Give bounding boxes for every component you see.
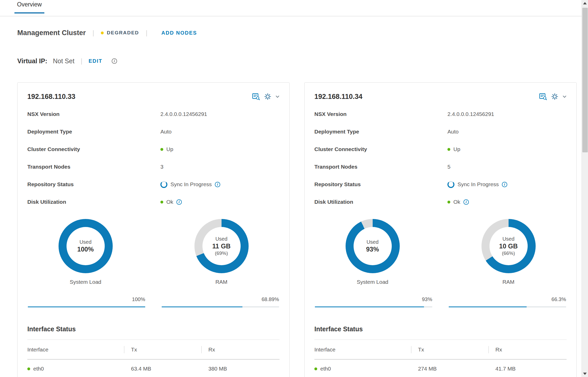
system-load-donut: Used 100% [59,219,113,273]
view-logs-icon[interactable] [539,93,547,100]
node-card: 192.168.110.34 [304,82,577,377]
system-load-value: 93% [366,245,379,253]
interface-name: eth0 [314,366,411,372]
virtual-ip-info-icon[interactable]: i [112,58,117,64]
system-load-bar: 100% [28,296,145,307]
column-separator [411,346,411,353]
node-cards: 192.168.110.33 [17,82,588,377]
ram-donut: Used 11 GB (69%) [194,219,249,273]
cluster-connectivity-value: Up [160,146,280,152]
used-label: Used [502,236,514,242]
transport-nodes-label: Transport Nodes [27,164,160,170]
status-dot-green [447,148,450,151]
interface-tx: 274 MB [411,366,488,372]
tab-bar: Overview [0,0,588,16]
interface-status-title: Interface Status [314,325,567,333]
virtual-ip-row: Virtual IP: Not Set | EDIT i [17,57,588,65]
table-row: eth0 274 MB 41.7 MB [314,359,567,377]
tab-overview[interactable]: Overview [14,1,44,13]
cluster-connectivity-value: Up [447,146,567,152]
interface-table: Interface Tx Rx eth0 63.4 MB 380 MB [27,340,280,377]
column-separator [201,346,202,353]
nsx-version-value: 2.4.0.0.0.12456291 [160,111,280,117]
system-load-bar-label: 93% [315,296,432,302]
disk-utilization-label: Disk Utilization [314,199,447,205]
interface-rx: 380 MB [201,366,280,372]
virtual-ip-label: Virtual IP: [17,57,47,65]
divider: | [81,57,83,65]
status-dot-green [160,201,163,203]
cluster-status-badge: DEGRADED [101,30,139,36]
deployment-type-label: Deployment Type [27,129,160,135]
transport-nodes-value: 3 [160,164,280,170]
status-dot-green [160,148,163,151]
ram-donut: Used 10 GB (66%) [481,219,536,273]
ram-percent: (69%) [215,250,228,256]
ram-gauge: Used 11 GB (69%) RAM [153,219,289,285]
ram-bar-label: 68.89% [162,296,279,302]
disk-utilization-info-icon[interactable]: i [463,199,469,205]
status-dot-green [27,367,30,370]
repository-status-info-icon[interactable]: i [502,182,507,187]
system-load-donut: Used 93% [346,219,400,273]
ram-bar-label: 66.3% [449,296,566,302]
repository-status-value: Sync In Progress i [447,181,567,188]
system-load-gauge: Used 93% System Load [305,219,440,285]
node-actions-chevron-down-icon[interactable] [562,95,567,98]
view-logs-icon[interactable] [252,93,260,100]
used-label: Used [366,239,379,245]
page-title: Management Cluster [17,29,86,37]
interface-table-header: Interface Tx Rx [27,340,280,359]
sync-spinner-icon [447,181,454,188]
interface-rx: 41.7 MB [488,366,567,372]
status-dot-green [314,367,317,370]
column-tx: Tx [124,346,201,353]
repository-status-value: Sync In Progress i [160,181,280,188]
gauges: Used 93% System Load Used 10 GB (66%) RA… [305,219,576,285]
virtual-ip-value: Not Set [53,57,74,65]
column-rx: Rx [488,346,567,353]
node-properties: NSX Version 2.4.0.0.0.12456291 Deploymen… [305,105,576,211]
table-row: eth0 63.4 MB 380 MB [27,359,280,377]
nsx-version-value: 2.4.0.0.0.12456291 [447,111,567,117]
cluster-connectivity-label: Cluster Connectivity [27,146,160,152]
interface-table: Interface Tx Rx eth0 274 MB 41.7 MB [314,340,567,377]
system-load-label: System Load [357,279,388,285]
scroll-down-arrow-icon[interactable] [583,373,587,375]
column-interface: Interface [27,347,124,353]
gauges: Used 100% System Load Used 11 GB (69%) R… [18,219,289,285]
node-card: 192.168.110.33 [17,82,290,377]
deployment-type-value: Auto [447,129,567,135]
repository-status-info-icon[interactable]: i [215,182,220,187]
status-dot-green [447,201,450,203]
used-label: Used [215,236,227,242]
repository-status-label: Repository Status [314,181,447,187]
scrollbar-thumb[interactable] [582,8,588,152]
settings-gear-icon[interactable] [551,93,558,100]
add-nodes-button[interactable]: ADD NODES [161,30,197,36]
system-load-value: 100% [77,245,94,253]
usage-bars: 93% 66.3% [305,296,576,307]
ram-value: 10 GB [499,242,518,250]
interface-status-title: Interface Status [27,325,280,333]
system-load-gauge: Used 100% System Load [18,219,153,285]
interface-tx: 63.4 MB [124,366,201,372]
disk-utilization-value: Ok i [160,199,280,205]
disk-utilization-info-icon[interactable]: i [176,199,182,205]
column-separator [488,346,489,353]
repository-status-label: Repository Status [27,181,160,187]
settings-gear-icon[interactable] [264,93,271,100]
divider: | [93,29,94,37]
ram-value: 11 GB [212,242,231,250]
vertical-scrollbar[interactable] [582,0,588,377]
node-actions-chevron-down-icon[interactable] [275,95,280,98]
ram-gauge: Used 10 GB (66%) RAM [440,219,576,285]
interface-table-header: Interface Tx Rx [314,340,567,359]
scroll-up-arrow-icon[interactable] [583,2,587,4]
cluster-connectivity-label: Cluster Connectivity [314,146,447,152]
degraded-status-dot [101,32,104,34]
edit-virtual-ip-button[interactable]: EDIT [88,58,102,64]
nsx-version-label: NSX Version [314,111,447,117]
used-label: Used [79,239,92,245]
cluster-status-label: DEGRADED [107,30,139,36]
